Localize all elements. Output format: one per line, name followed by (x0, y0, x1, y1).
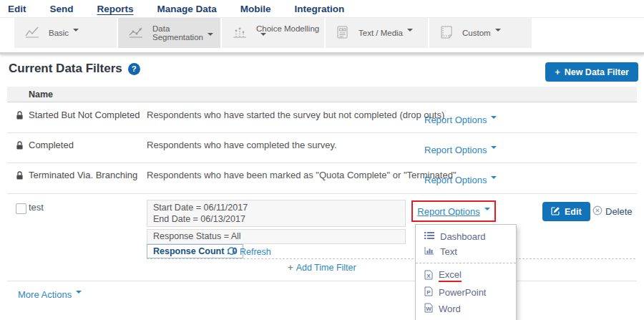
menu-item-excel[interactable]: X Excel (416, 267, 516, 284)
plus-icon (555, 67, 560, 77)
svg-text:X: X (426, 273, 431, 279)
menu-item-label: Excel (439, 269, 462, 282)
tab-label: Custom (462, 29, 501, 37)
edit-pencil-icon (551, 206, 560, 218)
response-status-value: Response Status = All (153, 231, 241, 241)
help-icon[interactable] (128, 63, 140, 75)
row-checkbox[interactable] (16, 203, 26, 214)
report-tabs-bar: Basic Data Segmentation Choice Modelling… (0, 17, 644, 54)
menu-item-word[interactable]: W Word (416, 301, 516, 317)
delete-button[interactable]: Delete (592, 205, 633, 218)
filter-description: Respondents who have completed the surve… (147, 140, 337, 150)
filter-name: Started But Not Completed (29, 110, 140, 120)
page-header: Current Data Filters (9, 62, 140, 76)
lock-icon (16, 141, 24, 152)
tab-data-segmentation[interactable]: Data Segmentation (118, 18, 220, 48)
bar-line-chart-icon (232, 25, 248, 42)
powerpoint-file-icon: P (424, 286, 433, 299)
tab-label: Choice Modelling (256, 24, 324, 42)
add-time-filter-link[interactable]: Add Time Filter (7, 263, 637, 273)
list-icon (424, 231, 434, 242)
nav-item-integration[interactable]: Integration (295, 4, 345, 14)
table-header: Name (7, 87, 637, 102)
dashed-divider (147, 258, 635, 259)
filter-name: test (29, 202, 44, 213)
custom-report-icon (439, 25, 454, 42)
table-row: Started But Not Completed Respondents wh… (7, 102, 637, 133)
date-filter-box: Start Date = 06/11/2017 End Date = 06/13… (147, 200, 406, 227)
word-file-icon: W (424, 303, 433, 315)
svg-text:W: W (426, 306, 431, 312)
report-options-link[interactable]: Report Options (424, 115, 497, 125)
excel-file-icon: X (424, 270, 433, 282)
filter-name: Completed (29, 140, 74, 150)
table-row: Completed Respondents who have completed… (7, 132, 637, 163)
circle-x-icon (592, 205, 602, 218)
lock-icon (16, 111, 24, 122)
line-chart-icon (24, 25, 40, 42)
tab-basic[interactable]: Basic (14, 18, 117, 48)
nav-item-mobile[interactable]: Mobile (240, 4, 271, 14)
tab-label: Basic (49, 29, 79, 37)
new-data-filter-label: New Data Filter (565, 67, 629, 77)
tab-choice-modelling[interactable]: Choice Modelling (222, 18, 324, 48)
tab-custom[interactable]: Custom (429, 18, 532, 48)
filter-description: Respondents who have been marked as "Quo… (147, 170, 457, 180)
new-data-filter-button[interactable]: New Data Filter (545, 62, 638, 82)
menu-item-dashboard[interactable]: Dashboard (416, 229, 516, 244)
delete-label: Delete (605, 206, 633, 217)
menu-item-label: Text (440, 246, 457, 257)
menu-item-label: PowerPoint (439, 287, 486, 298)
annotation-red-box: Report Options (411, 200, 496, 222)
table-row: Terminated Via. Branching Respondents wh… (7, 163, 637, 194)
page-title: Current Data Filters (9, 62, 122, 76)
nav-item-manage-data[interactable]: Manage Data (157, 4, 217, 14)
refresh-icon (227, 246, 236, 258)
app-window: Edit Send Reports Manage Data Mobile Int… (0, 0, 644, 320)
end-date-value: End Date = 06/13/2017 (153, 213, 399, 225)
name-column-header: Name (29, 89, 53, 100)
scatter-line-chart-icon (128, 25, 144, 42)
menu-item-label: Word (439, 304, 461, 314)
report-options-link[interactable]: Report Options (424, 175, 497, 185)
table-row-test: test Start Date = 06/11/2017 End Date = … (7, 193, 637, 281)
menu-divider (416, 263, 516, 263)
top-menu: Edit Send Reports Manage Data Mobile Int… (0, 0, 644, 17)
nav-item-edit[interactable]: Edit (8, 4, 26, 14)
response-status-box: Response Status = All (147, 229, 406, 244)
newspaper-icon (336, 25, 350, 42)
refresh-link[interactable]: Refresh (227, 246, 271, 258)
tab-text-media[interactable]: Text / Media (326, 18, 428, 48)
report-options-link[interactable]: Report Options (417, 206, 489, 217)
plus-icon (288, 263, 293, 273)
svg-text:P: P (426, 289, 431, 296)
add-time-filter-label: Add Time Filter (296, 263, 356, 273)
edit-label: Edit (565, 207, 582, 217)
filter-description: Respondents who have started the survey … (147, 110, 444, 120)
nav-item-reports[interactable]: Reports (97, 4, 134, 14)
lock-icon (16, 171, 24, 183)
bar-chart-icon (424, 246, 434, 257)
report-options-dropdown: Dashboard Text X Excel P PowerPoint W Wo… (415, 224, 517, 320)
start-date-value: Start Date = 06/11/2017 (153, 202, 399, 213)
edit-button[interactable]: Edit (542, 202, 590, 221)
tab-label: Text / Media (358, 29, 413, 37)
filter-name: Terminated Via. Branching (29, 170, 137, 180)
more-actions-link[interactable]: More Actions (18, 289, 82, 300)
menu-item-text[interactable]: Text (416, 244, 516, 259)
nav-item-send[interactable]: Send (50, 4, 74, 14)
report-options-link[interactable]: Report Options (424, 145, 497, 155)
menu-item-powerpoint[interactable]: P PowerPoint (416, 284, 516, 301)
refresh-label: Refresh (240, 247, 271, 257)
tab-label: Data Segmentation (152, 24, 220, 42)
menu-item-label: Dashboard (440, 231, 486, 242)
